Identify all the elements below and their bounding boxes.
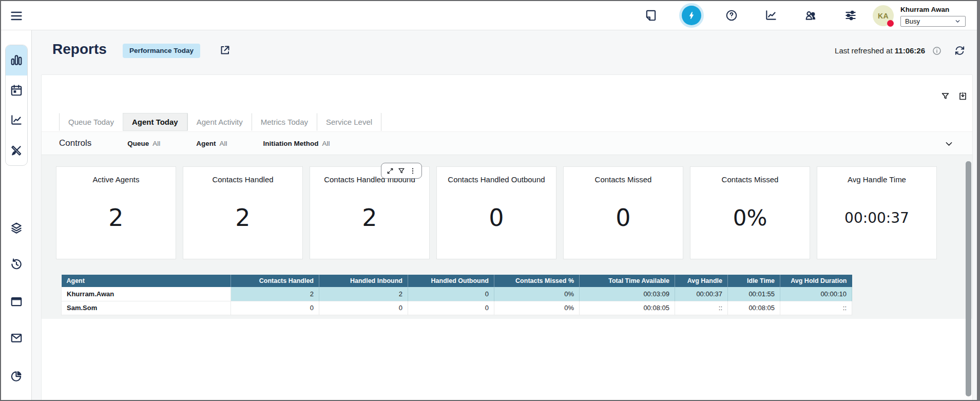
table-header-row: Agent Contacts Handled Handled Inbound H… (62, 275, 852, 287)
sidebar-item-metrics[interactable] (6, 105, 27, 136)
sidebar-item-history[interactable] (10, 257, 23, 271)
controls-collapse-chevron-icon[interactable] (944, 139, 954, 149)
external-link-icon[interactable] (219, 44, 231, 56)
sidebar-item-layers[interactable] (10, 221, 23, 235)
cell: 0% (494, 287, 580, 301)
flash-icon[interactable] (682, 6, 701, 25)
filter-icon[interactable] (940, 91, 950, 101)
col-handled-inbound: Handled Inbound (319, 275, 408, 287)
controls-bar: Controls QueueAll AgentAll Initiation Me… (42, 131, 972, 155)
cell: 00:00:37 (675, 287, 728, 301)
kpi-row: Active Agents 2 Contacts Handled 2 Conta… (56, 166, 937, 259)
kpi-value: 0% (733, 177, 767, 259)
col-handled-outbound: Handled Outbound (408, 275, 494, 287)
sidebar-item-pie-chart[interactable] (10, 369, 23, 383)
line-chart-icon (10, 113, 23, 127)
controls-title: Controls (59, 138, 91, 148)
top-bar: KA Khurram Awan Busy (1, 1, 977, 30)
filter-queue-label: Queue (127, 140, 149, 147)
cell: 00:08:05 (580, 301, 675, 315)
help-icon[interactable] (725, 9, 738, 22)
filter-queue-value: All (152, 140, 160, 147)
filter-agent-value: All (220, 140, 227, 147)
last-refreshed-label: Last refreshed at (835, 46, 895, 55)
history-icon (10, 257, 23, 271)
metrics-icon[interactable] (764, 9, 778, 22)
status-select-value: Busy (905, 17, 920, 25)
hamburger-menu-icon[interactable] (9, 9, 24, 23)
sidebar-item-window[interactable] (10, 295, 23, 308)
cell: 00:08:05 (728, 301, 780, 315)
kpi-value: 0 (616, 177, 630, 259)
last-refreshed: Last refreshed at 11:06:26 (802, 46, 925, 55)
pie-chart-icon (10, 369, 23, 383)
col-contacts-missed-pct: Contacts Missed % (494, 275, 580, 287)
filter-queue[interactable]: QueueAll (127, 140, 160, 147)
bar-chart-icon (10, 53, 23, 67)
cell: 0 (319, 301, 408, 315)
chevron-down-icon (954, 18, 961, 25)
sidebar-item-mail[interactable] (10, 331, 23, 345)
page-title: Reports (52, 41, 107, 58)
tab-service-level[interactable]: Service Level (317, 113, 381, 131)
cell: 0 (408, 301, 494, 315)
preferences-icon[interactable] (844, 9, 857, 22)
filter-agent-label: Agent (196, 140, 216, 147)
sidebar-group (5, 45, 28, 166)
cell: 00:03:09 (580, 287, 675, 301)
cell: :: (675, 301, 728, 315)
filter-agent[interactable]: AgentAll (196, 140, 227, 147)
cell-agent: Sam.Som (62, 301, 231, 315)
kpi-value: 00:00:37 (844, 177, 909, 259)
cell: 00:01:55 (728, 287, 780, 301)
filter-icon[interactable] (397, 167, 406, 175)
kpi-value: 2 (235, 177, 250, 259)
window-icon (10, 295, 23, 308)
vertical-scrollbar-thumb[interactable] (966, 161, 971, 396)
info-icon[interactable] (932, 46, 942, 58)
col-avg-handle: Avg Handle (675, 275, 728, 287)
filter-initiation-method-label: Initiation Method (263, 140, 319, 147)
tab-agent-today[interactable]: Agent Today (123, 113, 187, 131)
kpi-value: 2 (108, 177, 123, 259)
col-total-time-available: Total Time Available (580, 275, 675, 287)
sidebar-item-reports[interactable] (6, 45, 27, 75)
kpi-contacts-missed-pct: Contacts Missed 0% (690, 166, 810, 259)
status-busy-dot (887, 20, 894, 27)
mail-icon (10, 331, 23, 345)
calendar-icon (10, 84, 23, 97)
kpi-avg-handle-time: Avg Handle Time 00:00:37 (817, 166, 937, 259)
table-row: Sam.Som 0 0 0 0% 00:08:05 :: 00:08:05 :: (62, 301, 852, 315)
cell: 2 (319, 287, 408, 301)
kpi-value: 2 (362, 177, 377, 259)
tab-queue-today[interactable]: Queue Today (59, 113, 123, 131)
export-download-icon[interactable] (958, 91, 968, 101)
expand-icon[interactable] (386, 167, 394, 175)
layers-icon (10, 221, 23, 235)
refresh-icon[interactable] (954, 45, 966, 56)
sidebar (1, 30, 32, 400)
kpi-active-agents: Active Agents 2 (56, 166, 176, 259)
cell: 0 (231, 301, 319, 315)
notes-icon[interactable] (644, 9, 658, 22)
agent-table: Agent Contacts Handled Handled Inbound H… (61, 275, 852, 315)
kpi-hover-toolbar (381, 163, 422, 179)
cell: 2 (231, 287, 319, 301)
last-refreshed-time: 11:06:26 (895, 46, 925, 55)
filter-initiation-method[interactable]: Initiation MethodAll (263, 140, 330, 147)
sidebar-item-schedule[interactable] (6, 75, 27, 106)
kebab-menu-icon[interactable] (409, 167, 417, 175)
cell: 0 (408, 287, 494, 301)
app-window: KA Khurram Awan Busy (0, 0, 980, 401)
cell-agent: Khurram.Awan (62, 287, 231, 301)
col-contacts-handled: Contacts Handled (231, 275, 319, 287)
status-select[interactable]: Busy (900, 16, 966, 27)
cell: :: (780, 301, 852, 315)
report-tabs: Queue Today Agent Today Agent Activity M… (59, 113, 381, 131)
tab-agent-activity[interactable]: Agent Activity (187, 113, 252, 131)
sidebar-item-customize[interactable] (6, 136, 27, 166)
agents-icon[interactable] (804, 9, 817, 22)
col-avg-hold-duration: Avg Hold Duration (780, 275, 852, 287)
kpi-contacts-handled-inbound: Contacts Handled Inbound 2 (310, 166, 430, 259)
tab-metrics-today[interactable]: Metrics Today (252, 113, 317, 131)
